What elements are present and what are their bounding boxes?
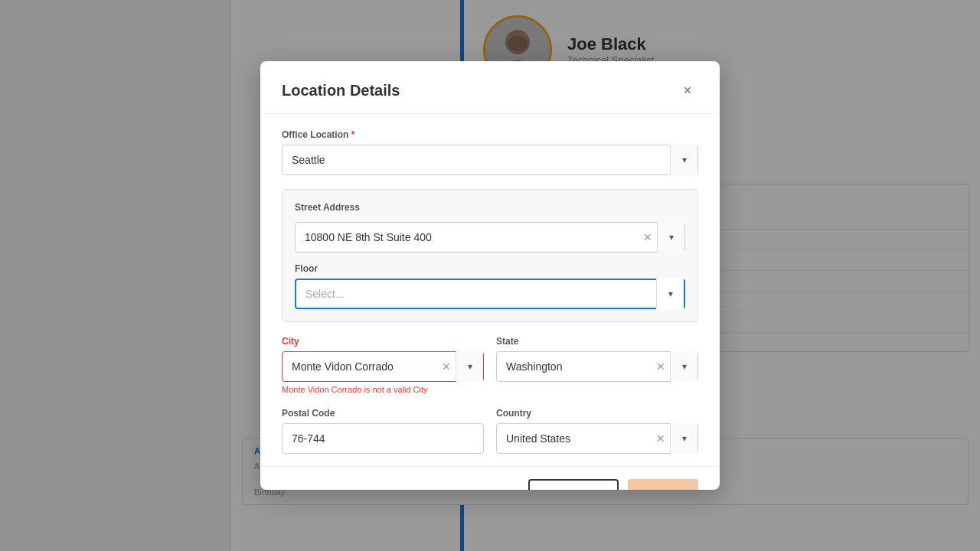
- office-location-select[interactable]: Seattle ▾: [282, 145, 698, 175]
- city-label: City: [282, 336, 484, 347]
- street-address-label: Street Address: [295, 202, 685, 213]
- city-value: Monte Vidon Corrado: [283, 360, 437, 373]
- save-button[interactable]: SAVE: [628, 479, 698, 490]
- street-address-group: 10800 NE 8th St Suite 400 ✕ ▾: [295, 222, 685, 253]
- city-state-row: City Monte Vidon Corrado ✕ ▾ Monte Vidon…: [282, 336, 698, 394]
- state-clear-icon[interactable]: ✕: [652, 357, 670, 376]
- country-value: United States: [497, 432, 652, 445]
- country-select[interactable]: United States ✕ ▾: [496, 423, 698, 454]
- office-location-group: Office Location * Seattle ▾: [282, 129, 698, 175]
- country-clear-icon[interactable]: ✕: [652, 429, 670, 448]
- state-select[interactable]: Washington ✕ ▾: [496, 351, 698, 382]
- country-label: Country: [496, 408, 698, 419]
- state-label: State: [496, 336, 698, 347]
- street-address-chevron-icon[interactable]: ▾: [657, 222, 684, 253]
- cancel-button[interactable]: CANCEL: [528, 479, 618, 490]
- close-button[interactable]: ×: [677, 80, 698, 101]
- city-clear-icon[interactable]: ✕: [437, 357, 456, 376]
- country-group: Country United States ✕ ▾: [496, 408, 698, 454]
- city-chevron-icon[interactable]: ▾: [456, 351, 483, 382]
- modal-header: Location Details ×: [260, 61, 720, 114]
- state-chevron-icon[interactable]: ▾: [670, 351, 697, 382]
- floor-placeholder: Select...: [296, 288, 656, 300]
- modal-footer: CANCEL SAVE: [260, 466, 720, 490]
- modal-overlay: Location Details × Office Location * Sea…: [0, 0, 980, 551]
- close-icon: ×: [684, 83, 692, 99]
- address-section: Street Address 10800 NE 8th St Suite 400…: [282, 189, 698, 322]
- street-address-value: 10800 NE 8th St Suite 400: [296, 231, 639, 243]
- modal-body: Office Location * Seattle ▾ Street Addre…: [260, 114, 720, 466]
- office-location-chevron-icon[interactable]: ▾: [670, 145, 697, 175]
- office-location-label: Office Location *: [282, 129, 698, 140]
- floor-group: Floor Select... ▾: [295, 263, 685, 309]
- country-chevron-icon[interactable]: ▾: [670, 423, 697, 454]
- modal-title: Location Details: [282, 82, 400, 99]
- floor-chevron-icon[interactable]: ▾: [656, 279, 684, 309]
- floor-label: Floor: [295, 263, 685, 274]
- postal-code-group: Postal Code: [282, 408, 484, 454]
- street-address-clear-icon[interactable]: ✕: [639, 228, 657, 246]
- city-select[interactable]: Monte Vidon Corrado ✕ ▾: [282, 351, 484, 382]
- street-address-select[interactable]: 10800 NE 8th St Suite 400 ✕ ▾: [295, 222, 685, 253]
- state-group: State Washington ✕ ▾: [496, 336, 698, 394]
- postal-code-label: Postal Code: [282, 408, 484, 419]
- office-location-value: Seattle: [283, 154, 670, 166]
- city-error-message: Monte Vidon Corrado is not a valid City: [282, 385, 484, 394]
- state-value: Washington: [497, 360, 652, 373]
- floor-select[interactable]: Select... ▾: [295, 279, 685, 309]
- postal-code-input[interactable]: [282, 423, 484, 454]
- postal-country-row: Postal Code Country United States ✕ ▾: [282, 408, 698, 454]
- city-group: City Monte Vidon Corrado ✕ ▾ Monte Vidon…: [282, 336, 484, 394]
- location-details-modal: Location Details × Office Location * Sea…: [260, 61, 720, 490]
